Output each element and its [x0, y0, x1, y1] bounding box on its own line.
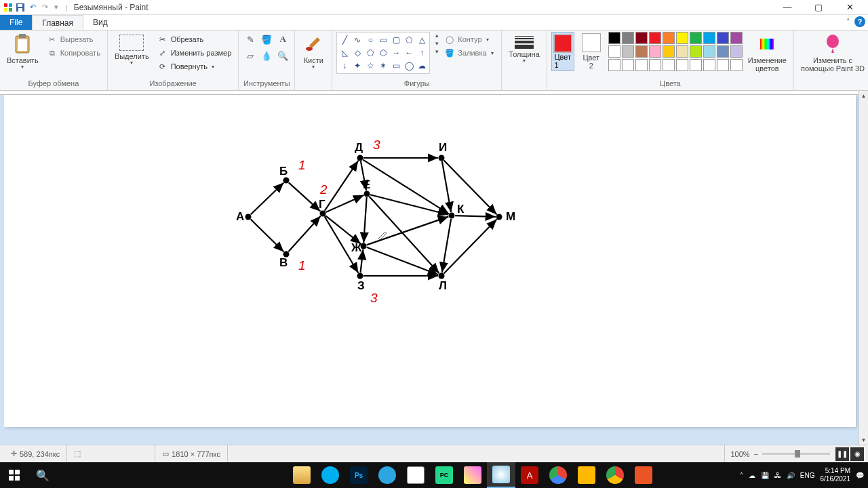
palette-swatch[interactable]	[703, 59, 715, 71]
shape-line[interactable]: ╱	[338, 34, 351, 46]
collapse-ribbon-icon[interactable]: ˄	[846, 18, 850, 26]
fill-button[interactable]: 🪣Заливка	[441, 47, 496, 59]
shapes-scroll-up[interactable]: ▴	[435, 32, 439, 39]
palette-swatch[interactable]	[608, 59, 620, 71]
size-button[interactable]: Толщина ▾	[506, 32, 542, 65]
palette-swatch[interactable]	[663, 32, 675, 44]
palette-swatch[interactable]	[690, 59, 702, 71]
palette-swatch[interactable]	[730, 32, 743, 44]
tray-notifications-icon[interactable]: 💬	[856, 472, 864, 479]
close-button[interactable]: ✕	[834, 0, 865, 15]
palette-swatch[interactable]	[717, 59, 729, 71]
shape-4star[interactable]: ✦	[351, 60, 363, 72]
outline-button[interactable]: ◯Контур	[441, 33, 496, 45]
shape-oval[interactable]: ○	[364, 34, 376, 46]
shape-poly[interactable]: ⬠	[403, 34, 415, 46]
eraser-tool[interactable]: ▱	[243, 48, 258, 63]
tab-file[interactable]: File	[0, 15, 32, 30]
minimize-button[interactable]: —	[772, 0, 803, 15]
app-store[interactable]	[572, 462, 601, 488]
paint3d-button[interactable]: Изменить с помощью Paint 3D	[798, 32, 867, 74]
shape-rcallout[interactable]: ▭	[390, 60, 402, 72]
palette-swatch[interactable]	[717, 32, 729, 44]
app-photoshop[interactable]: Ps	[344, 462, 373, 488]
shape-ocallout[interactable]: ◯	[403, 60, 415, 72]
palette-swatch[interactable]	[703, 32, 715, 44]
vertical-scrollbar[interactable]: ▲ ▼	[859, 91, 868, 445]
app-chrome[interactable]	[544, 462, 572, 488]
tray-onedrive-icon[interactable]: ☁	[749, 472, 755, 479]
pause-icon[interactable]: ❚❚	[835, 447, 849, 461]
shape-hex[interactable]: ⬡	[377, 47, 389, 59]
app-skype[interactable]	[316, 462, 344, 488]
shapes-expand[interactable]: ▾	[435, 48, 439, 55]
app-acrobat[interactable]: A	[515, 462, 544, 488]
shapes-scroll-down[interactable]: ▾	[435, 40, 439, 47]
color2-button[interactable]: Цвет 2	[577, 32, 606, 71]
scroll-up-icon[interactable]: ▲	[859, 91, 868, 100]
palette-swatch[interactable]	[663, 59, 675, 71]
text-tool[interactable]: A	[275, 32, 290, 47]
palette-swatch[interactable]	[690, 32, 702, 44]
palette-swatch[interactable]	[608, 45, 620, 58]
edit-colors-button[interactable]: Изменение цветов	[745, 32, 789, 74]
palette-swatch[interactable]	[622, 45, 634, 58]
tray-usb-icon[interactable]: 💾	[761, 472, 769, 479]
app-telegram[interactable]	[373, 462, 401, 488]
shape-roundrect[interactable]: ▢	[390, 34, 402, 46]
palette-swatch[interactable]	[676, 59, 688, 71]
color1-button[interactable]: Цвет 1	[551, 32, 574, 71]
crop-button[interactable]: ✂Обрезать	[155, 33, 235, 45]
palette-swatch[interactable]	[730, 45, 743, 58]
shape-cloud[interactable]: ☁	[416, 60, 428, 72]
app-explorer[interactable]	[288, 462, 316, 488]
palette-swatch[interactable]	[622, 32, 634, 44]
rotate-button[interactable]: ⟳Повернуть	[155, 60, 235, 73]
shape-6star[interactable]: ✶	[377, 60, 389, 72]
shape-larrow[interactable]: ←	[403, 47, 415, 59]
palette-swatch[interactable]	[622, 59, 634, 71]
shape-darrow[interactable]: ↓	[338, 60, 351, 72]
shape-curve[interactable]: ∿	[351, 34, 363, 46]
start-button[interactable]	[0, 462, 28, 488]
app-chrome-canary[interactable]	[601, 462, 629, 488]
help-icon[interactable]: ?	[854, 16, 865, 27]
palette-swatch[interactable]	[676, 45, 688, 58]
redo-icon[interactable]: ↷	[39, 2, 50, 13]
stop-icon[interactable]: ◉	[850, 447, 864, 461]
shape-diamond[interactable]: ◇	[351, 47, 363, 59]
palette-swatch[interactable]	[635, 59, 648, 71]
palette-swatch[interactable]	[676, 32, 688, 44]
app-paint[interactable]	[487, 462, 515, 488]
scroll-down-icon[interactable]: ▼	[859, 435, 868, 445]
palette-swatch[interactable]	[690, 45, 702, 58]
undo-icon[interactable]: ↶	[27, 2, 38, 13]
picker-tool[interactable]: 💧	[259, 48, 274, 63]
palette-swatch[interactable]	[635, 45, 648, 58]
tray-clock[interactable]: 5:14 PM 6/16/2021	[821, 467, 851, 483]
zoom-thumb[interactable]	[795, 450, 800, 458]
palette-swatch[interactable]	[649, 32, 661, 44]
tray-lang[interactable]: ENG	[800, 472, 815, 479]
canvas[interactable]: АБВГДЕЖЗИКЛМ11233	[4, 95, 856, 427]
paste-button[interactable]: Вставить ▾	[4, 32, 41, 71]
tab-view[interactable]: Вид	[83, 15, 117, 30]
shape-uarrow[interactable]: ↑	[416, 47, 428, 59]
shape-rarrow[interactable]: →	[390, 47, 402, 59]
app-notepad[interactable]	[401, 462, 430, 488]
shape-rect[interactable]: ▭	[377, 34, 389, 46]
shape-pent[interactable]: ⬠	[364, 47, 376, 59]
fill-tool[interactable]: 🪣	[259, 32, 274, 47]
shapes-gallery[interactable]: ╱∿○▭▢⬠△ ◺◇⬠⬡→←↑ ↓✦☆✶▭◯☁	[336, 32, 430, 74]
zoom-slider[interactable]	[762, 453, 830, 455]
palette-swatch[interactable]	[635, 32, 648, 44]
tray-network-icon[interactable]: 🖧	[774, 472, 781, 479]
pencil-tool[interactable]: ✎	[243, 32, 258, 47]
tray-volume-icon[interactable]: 🔊	[787, 472, 795, 479]
palette-swatch[interactable]	[703, 45, 715, 58]
maximize-button[interactable]: ▢	[803, 0, 834, 15]
select-button[interactable]: Выделить ▾	[112, 32, 152, 67]
magnifier-tool[interactable]: 🔍	[275, 48, 290, 63]
zoom-out-button[interactable]: −	[754, 450, 758, 458]
copy-button[interactable]: ⧉Копировать	[44, 47, 103, 59]
